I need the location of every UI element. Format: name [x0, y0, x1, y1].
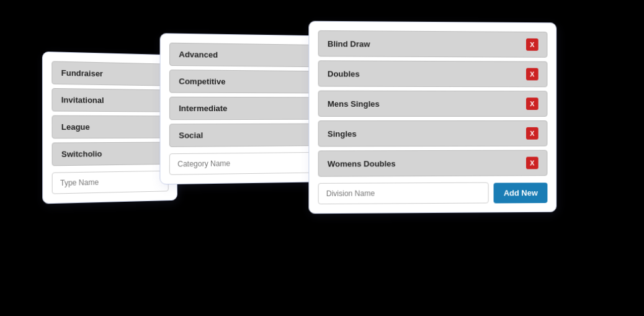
- item-label: Womens Doubles: [328, 158, 396, 168]
- item-label: Competitive: [179, 76, 225, 86]
- category-name-input[interactable]: [169, 152, 311, 175]
- list-item[interactable]: Invitational: [51, 88, 168, 112]
- list-item[interactable]: Intermediate: [169, 96, 311, 120]
- scene: Fundraiser Invitational League Switcholi…: [24, 16, 620, 301]
- divisions-card: Blind Draw X Doubles X Mens Singles X Si…: [308, 20, 557, 214]
- type-name-input[interactable]: [52, 170, 169, 194]
- list-item: Doubles X: [318, 60, 548, 87]
- list-item[interactable]: Fundraiser: [51, 61, 168, 86]
- item-label: Doubles: [328, 68, 360, 78]
- list-item[interactable]: League: [51, 115, 168, 138]
- list-item: Mens Singles X: [318, 90, 548, 116]
- add-new-button[interactable]: Add New: [494, 182, 548, 202]
- item-label: League: [61, 122, 90, 131]
- list-item: Singles X: [318, 120, 548, 146]
- item-label: Intermediate: [179, 103, 227, 112]
- item-label: Advanced: [179, 49, 218, 59]
- remove-singles-button[interactable]: X: [526, 127, 539, 139]
- item-label: Invitational: [61, 95, 104, 105]
- item-label: Singles: [328, 129, 357, 138]
- remove-mens-singles-button[interactable]: X: [526, 97, 539, 110]
- item-label: Mens Singles: [328, 99, 380, 108]
- list-item: Blind Draw X: [318, 30, 548, 57]
- division-name-input[interactable]: [318, 182, 489, 204]
- categories-card: Advanced Competitive Intermediate Social: [159, 33, 320, 184]
- item-label: Switcholio: [61, 149, 102, 159]
- remove-blind-draw-button[interactable]: X: [526, 38, 539, 50]
- list-item[interactable]: Competitive: [169, 70, 311, 93]
- list-item: Womens Doubles X: [318, 150, 548, 176]
- list-item[interactable]: Advanced: [169, 42, 311, 66]
- list-item[interactable]: Switcholio: [52, 142, 169, 166]
- division-add-row: Add New: [318, 182, 548, 204]
- remove-womens-doubles-button[interactable]: X: [526, 156, 539, 169]
- types-card: Fundraiser Invitational League Switcholi…: [42, 51, 177, 204]
- item-label: Blind Draw: [328, 38, 370, 48]
- list-item[interactable]: Social: [169, 123, 311, 147]
- item-label: Social: [179, 130, 203, 140]
- remove-doubles-button[interactable]: X: [526, 68, 539, 80]
- item-label: Fundraiser: [61, 68, 103, 78]
